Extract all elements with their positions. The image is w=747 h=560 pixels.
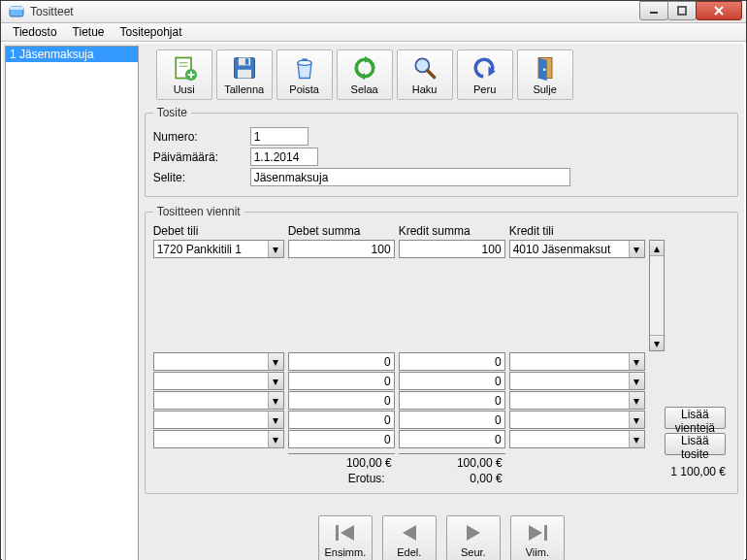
undo-button[interactable]: Peru xyxy=(457,49,513,100)
debit-account-combo[interactable]: ▾ xyxy=(153,391,284,410)
credit-amount-input[interactable]: 100 xyxy=(399,240,505,258)
chevron-down-icon[interactable]: ▾ xyxy=(629,373,644,389)
credit-account-combo[interactable]: ▾ xyxy=(509,352,645,371)
col-debit-sum: Debet summa xyxy=(288,224,395,238)
window-controls xyxy=(640,1,742,22)
chevron-down-icon[interactable]: ▾ xyxy=(268,431,283,447)
grand-total: 1 100,00 € xyxy=(670,465,726,478)
credit-amount-input[interactable]: 0 xyxy=(399,391,505,410)
first-icon xyxy=(333,522,358,544)
add-voucher-button[interactable]: Lisää tosite xyxy=(665,433,726,455)
list-item[interactable]: 1 Jäsenmaksuja xyxy=(6,47,138,62)
chevron-down-icon[interactable]: ▾ xyxy=(629,241,644,257)
chevron-down-icon[interactable]: ▾ xyxy=(268,241,283,257)
debit-amount-input[interactable]: 0 xyxy=(288,391,395,410)
first-button[interactable]: Ensimm. xyxy=(318,515,373,560)
maximize-button[interactable] xyxy=(667,1,697,20)
menubar: Tiedosto Tietue Tositepohjat xyxy=(1,23,746,42)
debit-account-combo[interactable]: ▾ xyxy=(153,411,284,429)
debit-amount-input[interactable]: 0 xyxy=(288,352,395,371)
search-button[interactable]: Haku xyxy=(397,49,453,100)
debit-account-combo[interactable]: ▾ xyxy=(153,372,284,390)
chevron-down-icon[interactable]: ▾ xyxy=(629,392,644,409)
entry-row: 1720 Pankkitili 1▾1001004010 Jäsenmaksut… xyxy=(153,240,730,351)
entries-body: 1720 Pankkitili 1▾1001004010 Jäsenmaksut… xyxy=(153,240,730,448)
add-entries-button[interactable]: Lisää vientejä xyxy=(665,407,726,429)
col-credit-sum: Kredit summa xyxy=(399,224,505,238)
close-app-button[interactable]: Sulje xyxy=(517,49,573,100)
browse-button[interactable]: Selaa xyxy=(337,49,393,100)
entry-row: ▾00▾ xyxy=(153,430,730,448)
chevron-down-icon[interactable]: ▾ xyxy=(629,412,644,428)
debit-amount-input[interactable]: 0 xyxy=(288,411,395,429)
search-label: Haku xyxy=(412,83,438,95)
undo-icon xyxy=(471,54,499,82)
voucher-group: Tosite Numero: Päivämäärä: Selite: xyxy=(145,106,738,197)
prev-icon xyxy=(397,522,422,544)
chevron-down-icon[interactable]: ▾ xyxy=(268,373,283,389)
door-icon xyxy=(532,54,559,82)
credit-account-combo[interactable]: ▾ xyxy=(509,430,645,448)
next-button[interactable]: Seur. xyxy=(446,515,501,560)
chevron-down-icon[interactable]: ▾ xyxy=(268,353,283,370)
credit-account-combo[interactable]: ▾ xyxy=(509,372,645,390)
close-app-label: Sulje xyxy=(533,83,556,95)
credit-amount-input[interactable]: 0 xyxy=(399,372,505,390)
voucher-list[interactable]: 1 Jäsenmaksuja xyxy=(5,46,139,560)
svg-rect-17 xyxy=(302,58,307,61)
debit-account-combo[interactable]: 1720 Pankkitili 1▾ xyxy=(153,240,284,258)
entry-row: ▾00▾ xyxy=(153,352,730,371)
svg-marker-30 xyxy=(529,525,542,541)
date-input[interactable] xyxy=(250,148,318,166)
nav-row: Ensimm. Edel. Seur. Viim. xyxy=(145,515,738,560)
new-button[interactable]: Uusi xyxy=(156,49,212,100)
chevron-down-icon[interactable]: ▾ xyxy=(629,431,644,447)
last-button[interactable]: Viim. xyxy=(510,515,565,560)
number-input[interactable] xyxy=(250,127,309,146)
entries-legend: Tositteen viennit xyxy=(153,205,244,218)
credit-account-combo[interactable]: 4010 Jäsenmaksut▾ xyxy=(509,240,645,258)
credit-amount-input[interactable]: 0 xyxy=(399,352,505,371)
debit-amount-input[interactable]: 0 xyxy=(288,372,395,390)
minimize-button[interactable] xyxy=(639,1,668,20)
voucher-legend: Tosite xyxy=(153,106,191,119)
menu-record[interactable]: Tietue xyxy=(65,23,113,41)
next-icon xyxy=(461,522,486,544)
credit-account-combo[interactable]: ▾ xyxy=(509,411,645,429)
desc-label: Selite: xyxy=(153,171,250,184)
svg-marker-29 xyxy=(467,525,480,541)
save-button[interactable]: Tallenna xyxy=(216,49,273,100)
scroll-up-icon[interactable]: ▴ xyxy=(650,241,664,256)
chevron-down-icon[interactable]: ▾ xyxy=(629,353,644,370)
menu-file[interactable]: Tiedosto xyxy=(5,23,65,41)
delete-button[interactable]: Poista xyxy=(276,49,333,100)
col-credit-acc: Kredit tili xyxy=(509,224,645,238)
credit-account-combo[interactable]: ▾ xyxy=(509,391,645,410)
entries-scrollbar[interactable]: ▴▾ xyxy=(649,240,665,351)
chevron-down-icon[interactable]: ▾ xyxy=(268,412,283,428)
debit-account-combo[interactable]: ▾ xyxy=(153,352,284,371)
toolbar: Uusi Tallenna Poista Selaa Haku xyxy=(145,48,738,102)
svg-rect-1 xyxy=(10,7,23,10)
new-icon xyxy=(171,54,198,82)
refresh-icon xyxy=(351,54,378,82)
svg-marker-28 xyxy=(403,525,416,541)
diff-row: Erotus: 0,00 € xyxy=(153,472,665,485)
svg-rect-14 xyxy=(245,58,249,64)
credit-amount-input[interactable]: 0 xyxy=(399,411,505,429)
debit-account-combo[interactable]: ▾ xyxy=(153,430,284,448)
desc-input[interactable] xyxy=(250,168,570,186)
browse-label: Selaa xyxy=(351,83,378,95)
credit-amount-input[interactable]: 0 xyxy=(399,430,505,448)
prev-button[interactable]: Edel. xyxy=(382,515,437,560)
debit-amount-input[interactable]: 0 xyxy=(288,430,395,448)
new-label: Uusi xyxy=(174,83,195,95)
debit-amount-input[interactable]: 100 xyxy=(288,240,395,258)
scroll-down-icon[interactable]: ▾ xyxy=(650,335,664,350)
menu-templates[interactable]: Tositepohjat xyxy=(113,23,190,41)
close-button[interactable] xyxy=(696,1,742,20)
entry-row: ▾00▾ xyxy=(153,372,730,390)
chevron-down-icon[interactable]: ▾ xyxy=(268,392,283,409)
entries-header: Debet tili Debet summa Kredit summa Kred… xyxy=(153,224,730,238)
number-label: Numero: xyxy=(153,130,250,144)
